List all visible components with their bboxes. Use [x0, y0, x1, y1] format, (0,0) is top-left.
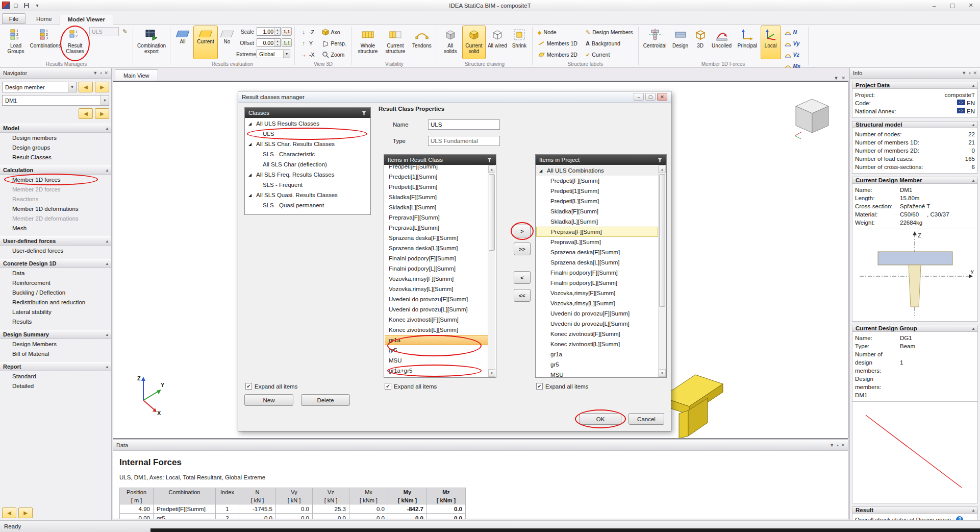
nav-section-header-concrete[interactable]: Concrete Design 1D▴	[0, 259, 111, 268]
classes-tree-item[interactable]: ◢ All SLS Char (deflection)	[245, 159, 370, 170]
nav-item[interactable]: Reinforcement	[0, 278, 111, 287]
save-icon[interactable]	[22, 2, 31, 10]
load-groups-button[interactable]: 123 Load Groups	[3, 26, 29, 59]
column-header[interactable]: Vy	[276, 488, 313, 496]
result-class-item[interactable]: Finalni podpory[F][Summ]	[385, 253, 488, 263]
add-item-button[interactable]: >	[514, 225, 531, 237]
result-class-item[interactable]: Uvedeni do provozu[L][Summ]	[385, 304, 488, 315]
next-member-button[interactable]: ▶	[95, 108, 109, 119]
nav-section-header-report[interactable]: Report▴	[0, 362, 111, 371]
scroll-down-icon[interactable]: ▼	[488, 369, 495, 377]
view-y-button[interactable]: ↑Y	[297, 38, 317, 49]
previous-page-button[interactable]: ◀	[2, 507, 16, 518]
collapse-icon[interactable]: ▴	[106, 365, 108, 369]
close-icon[interactable]: ✕	[841, 443, 845, 448]
result-class-item[interactable]: Skladka[F][Summ]	[385, 192, 488, 202]
result-class-item[interactable]: Konec zivotnosti[L][Summ]	[385, 325, 488, 335]
project-combination-item[interactable]: Konec zivotnosti[L][Summ]	[536, 339, 658, 349]
scale-input[interactable]	[257, 29, 274, 35]
column-header[interactable]: My	[388, 488, 427, 496]
column-header[interactable]: Index	[216, 488, 239, 496]
nav-item[interactable]: Design Members	[0, 339, 111, 349]
items-in-project-scrollbar[interactable]: ▲ ▼	[658, 165, 666, 377]
items-in-class-scrollbar[interactable]: ▲ ▼	[488, 165, 495, 377]
local-button[interactable]: Local	[761, 26, 781, 59]
nav-item[interactable]: Buckling / Deflection	[0, 287, 111, 297]
nav-item[interactable]: Lateral stability	[0, 307, 111, 317]
project-combination-item[interactable]: MSU	[536, 370, 658, 377]
expand-all-classes-checkbox[interactable]: ✔Expand all items	[245, 383, 297, 390]
scrollbar-thumb[interactable]	[659, 174, 665, 307]
checkbox-check-icon[interactable]: ✔	[385, 383, 391, 390]
panel-menu-icon[interactable]: ▼	[93, 70, 97, 76]
project-combination-item[interactable]: Skladka[L][Summ]	[536, 216, 658, 227]
nav-item[interactable]: Member 1D deformations	[0, 204, 111, 213]
dialog-close-button[interactable]: ✕	[657, 93, 667, 101]
nav-item[interactable]: Member 2D deformations	[0, 213, 111, 223]
filter-icon[interactable]	[657, 157, 663, 163]
label-members-1d-button[interactable]: Members 1D	[535, 38, 580, 49]
classes-tree-item[interactable]: ◢ ULS	[245, 129, 370, 139]
window-close-button[interactable]: ✕	[962, 0, 980, 11]
nav-section-header-model[interactable]: Model▴	[0, 124, 111, 133]
principal-button[interactable]: Principal	[735, 26, 760, 59]
view-minus-x-button[interactable]: →-X	[297, 50, 317, 60]
section-header-result[interactable]: Result▴	[852, 506, 978, 514]
result-class-item[interactable]: Sprazena deska[F][Summ]	[385, 233, 488, 243]
extreme-dropdown[interactable]: Global▼	[257, 50, 290, 58]
project-combination-item[interactable]: Predpeti[F][Summ]	[536, 176, 658, 186]
navigation-cube[interactable]	[793, 96, 833, 140]
project-combination-item[interactable]: Vozovka,rimsy[F][Summ]	[536, 288, 658, 298]
project-combination-item[interactable]: Predpeti[L][Summ]	[536, 196, 658, 206]
result-class-item[interactable]: MSU	[385, 355, 488, 366]
spin-up-icon[interactable]: ▲	[275, 39, 280, 43]
result-class-item[interactable]: Vozovka,rimsy[L][Summ]	[385, 284, 488, 294]
column-header[interactable]: Mz	[427, 488, 466, 496]
project-combination-item[interactable]: Sprazena deska[F][Summ]	[536, 247, 658, 257]
section-header-current-design-member[interactable]: Current Design Member▴	[852, 177, 978, 184]
nav-item[interactable]: Reactions	[0, 194, 111, 204]
result-class-item[interactable]: Sprazena deska[L][Summ]	[385, 243, 488, 253]
view-persp-button[interactable]: Persp.	[319, 38, 349, 49]
result-class-item[interactable]: Skladka[L][Summ]	[385, 202, 488, 212]
window-minimize-button[interactable]: –	[925, 0, 943, 11]
tree-expanded-icon[interactable]: ◢	[248, 122, 256, 126]
current-structure-button[interactable]: Current structure	[382, 26, 409, 59]
previous-arrow-button[interactable]: ◀	[79, 82, 93, 92]
tab-home[interactable]: Home	[29, 13, 60, 24]
project-combination-item[interactable]: Preprava[F][Summ]	[536, 227, 658, 237]
label-background-button[interactable]: ABackground	[583, 38, 636, 49]
label-design-members-button[interactable]: ✎Design Members	[583, 27, 636, 37]
filter-icon[interactable]	[487, 157, 492, 163]
nav-item[interactable]: Member 1D forces	[0, 175, 111, 184]
all-solids-button[interactable]: All solids	[440, 26, 461, 59]
result-class-item[interactable]: Uvedeni do provozu[F][Summ]	[385, 294, 488, 304]
project-combination-item[interactable]: Uvedeni do provozu[L][Summ]	[536, 319, 658, 329]
info-panel-titlebar[interactable]: Info ▼▪✕	[850, 68, 980, 79]
spin-down-icon[interactable]: ▼	[275, 43, 280, 46]
uncoiled-button[interactable]: Uncoiled	[710, 26, 734, 59]
classes-tree-item[interactable]: ◢ All ULS Results Classes	[245, 118, 370, 129]
combination-export-button[interactable]: Combination export	[136, 26, 167, 59]
new-file-icon[interactable]: ▢	[11, 2, 20, 10]
dialog-minimize-button[interactable]: –	[634, 93, 644, 101]
view-zoom-button[interactable]: Zoom	[319, 50, 349, 60]
qat-dropdown-icon[interactable]: ▾	[33, 2, 42, 10]
classes-tree-item[interactable]: ◢ SLS - Characteristic	[245, 149, 370, 159]
evaluate-no-button[interactable]: No	[219, 26, 235, 59]
scale-spin-arrows[interactable]: ▲▼	[274, 28, 280, 35]
column-header[interactable]: Mx	[349, 488, 388, 496]
class-type-input[interactable]	[428, 136, 500, 146]
classes-tree-item[interactable]: ◢ SLS - Quasi permanent	[245, 200, 370, 210]
section-header-current-design-group[interactable]: Current Design Group▴	[852, 325, 978, 332]
navigator-titlebar[interactable]: Navigator ▼▪✕	[0, 68, 111, 79]
view-axo-button[interactable]: Axo	[319, 27, 349, 37]
panel-menu-icon[interactable]: ▼	[962, 70, 966, 76]
panel-menu-icon[interactable]: ▼	[830, 443, 834, 448]
scroll-up-icon[interactable]: ▲	[488, 165, 495, 173]
edit-class-pencil-icon[interactable]: ✎	[120, 27, 130, 36]
table-row[interactable]: 0.00gr52 0.00.00.0 0.00.00.0	[120, 514, 466, 519]
panel-menu-icon[interactable]: ▼	[834, 76, 839, 81]
delete-button[interactable]: Delete	[301, 394, 350, 406]
classes-tree-item[interactable]: ◢ All SLS Freq. Results Classes	[245, 170, 370, 180]
